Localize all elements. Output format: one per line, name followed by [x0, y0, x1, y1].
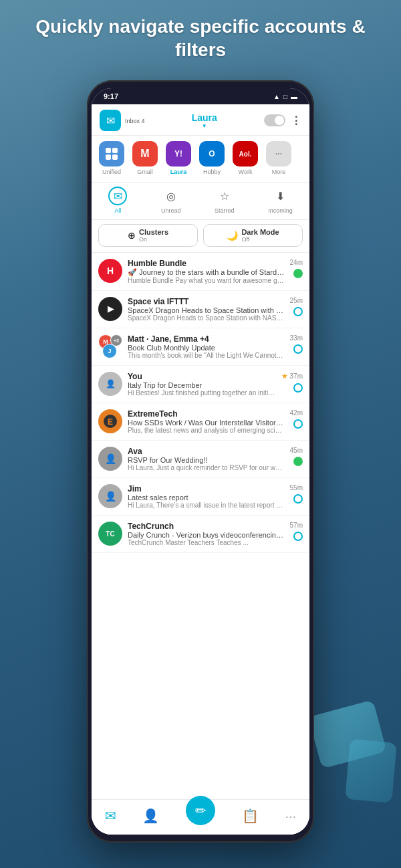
app-content: ✉ Inbox 4 Laura ▼ ⋮ [92, 104, 309, 835]
email-sender: Humble Bundle [128, 259, 285, 268]
email-body: Matt · Jane, Emma +4 Book Club Monthly U… [128, 334, 285, 359]
darkmode-subtitle: Off [241, 236, 279, 243]
email-subject: SpaceX Dragon Heads to Space Station wit… [128, 306, 285, 314]
email-time: 42m [290, 409, 303, 417]
account-tabs: Unified M Gmail Y! Laura O Hobby [92, 136, 309, 183]
status-time: 9:17 [104, 92, 118, 100]
filter-row: ✉ All ◎ Unread ☆ Starred ⬇ Incoming [92, 183, 309, 220]
email-body: Space via IFTTT SpaceX Dragon Heads to S… [128, 297, 285, 322]
email-item[interactable]: ▶ Space via IFTTT SpaceX Dragon Heads to… [92, 291, 309, 328]
phone-frame: 9:17 ▲ □ ▬ ✉ Inbox 4 Laura ▼ [87, 80, 314, 843]
avatar: H [98, 259, 122, 283]
tab-gmail[interactable]: M Gmail [130, 141, 160, 175]
email-preview: Humble Bundle Pay what you want for awes… [128, 277, 285, 284]
email-meta: ★ 37m [281, 372, 303, 393]
filter-unread[interactable]: ◎ Unread [161, 187, 181, 214]
unread-dot [293, 457, 303, 466]
bottom-nav: ✉ 👤 ✏ 📋 ··· [92, 799, 309, 835]
avatar: TC [98, 522, 122, 546]
email-sender: Ava [128, 447, 285, 456]
filter-starred-icon: ☆ [215, 187, 234, 205]
email-item[interactable]: H Humble Bundle 🚀 Journey to the stars w… [92, 253, 309, 291]
email-time: 57m [290, 522, 303, 529]
tab-hobby-label: Hobby [203, 169, 221, 175]
unread-dot [293, 532, 303, 541]
email-meta: 45m [290, 447, 303, 466]
more-icon: ··· [266, 141, 291, 167]
top-bar-right: ⋮ [264, 114, 301, 127]
filter-all-label: All [114, 207, 121, 214]
unread-dot [293, 383, 303, 393]
unified-icon [99, 141, 124, 167]
email-item[interactable]: M J +3 Matt · Jane, Emma +4 Book Club Mo… [92, 328, 309, 366]
email-sender: Space via IFTTT [128, 297, 285, 306]
email-list: H Humble Bundle 🚀 Journey to the stars w… [92, 253, 309, 799]
darkmode-icon: 🌙 [227, 230, 238, 241]
email-meta: 57m [290, 522, 303, 541]
nav-contacts[interactable]: 👤 [142, 808, 159, 824]
email-subject: How SSDs Work / Was Our Interstellar Vis… [128, 419, 285, 427]
tab-hobby[interactable]: O Hobby [197, 141, 227, 175]
tab-laura-label: Laura [170, 169, 187, 175]
unread-dot [293, 269, 303, 278]
unread-dot [293, 494, 303, 504]
filter-incoming-icon: ⬇ [271, 187, 289, 205]
nav-tasks[interactable]: 📋 [242, 808, 259, 824]
filter-all[interactable]: ✉ All [108, 187, 127, 214]
clusters-button[interactable]: ⊕ Clusters On [98, 224, 198, 247]
email-sender: Matt · Jane, Emma +4 [128, 334, 285, 344]
filter-incoming[interactable]: ⬇ Incoming [268, 187, 293, 214]
email-sender: You [128, 372, 276, 381]
tab-more[interactable]: ··· More [264, 141, 293, 175]
account-name: Laura [192, 112, 217, 123]
email-preview: Hi Laura, Just a quick reminder to RSVP … [128, 464, 285, 471]
email-time: 25m [290, 297, 303, 304]
email-sender: ExtremeTech [128, 409, 285, 419]
gmail-icon: M [132, 141, 158, 167]
star-icon: ★ [281, 372, 288, 380]
email-time: 33m [290, 334, 303, 342]
chevron-down-icon: ▼ [202, 123, 207, 129]
inbox-icon[interactable]: ✉ [100, 110, 121, 131]
unread-dot [293, 344, 303, 354]
inbox-badge: Inbox 4 [125, 118, 145, 124]
tab-gmail-label: Gmail [137, 169, 153, 175]
filter-starred-label: Starred [215, 207, 235, 214]
tab-work-label: Work [239, 169, 253, 175]
avatar: 👤 [98, 372, 122, 396]
darkmode-button[interactable]: 🌙 Dark Mode Off [203, 224, 303, 247]
email-subject: Italy Trip for December [128, 381, 276, 389]
clusters-subtitle: On [139, 236, 168, 243]
svg-text:E: E [108, 417, 113, 427]
email-time: 55m [290, 484, 303, 492]
tab-unified[interactable]: Unified [97, 141, 126, 175]
account-switcher[interactable]: Laura ▼ [192, 112, 217, 129]
filter-starred[interactable]: ☆ Starred [215, 187, 235, 214]
tab-unified-label: Unified [102, 169, 121, 175]
top-bar: ✉ Inbox 4 Laura ▼ ⋮ [92, 104, 309, 136]
email-item[interactable]: 👤 Jim Latest sales report Hi Laura, Ther… [92, 478, 309, 516]
nav-compose[interactable]: ✏ [186, 796, 215, 825]
email-item[interactable]: TC TechCrunch Daily Crunch - Verizon buy… [92, 516, 309, 553]
svg-rect-2 [106, 154, 111, 160]
email-sender: Jim [128, 484, 285, 494]
tab-laura[interactable]: Y! Laura [164, 141, 193, 175]
email-item[interactable]: E ExtremeTech How SSDs Work / Was Our In… [92, 403, 309, 441]
unread-dot [293, 307, 303, 316]
email-time: ★ 37m [281, 372, 303, 381]
svg-rect-0 [106, 148, 111, 153]
aol-icon: Aol. [233, 141, 258, 167]
avatar: E [98, 409, 122, 433]
menu-dots-icon[interactable]: ⋮ [291, 114, 301, 127]
email-body: TechCrunch Daily Crunch - Verizon buys v… [128, 522, 285, 546]
nav-more[interactable]: ··· [285, 808, 296, 824]
phone-screen: 9:17 ▲ □ ▬ ✉ Inbox 4 Laura ▼ [92, 88, 309, 835]
nav-inbox[interactable]: ✉ [105, 808, 116, 824]
email-item[interactable]: 👤 Ava RSVP for Our Wedding!! Hi Laura, J… [92, 441, 309, 478]
toggle-button[interactable] [264, 114, 285, 126]
email-preview: This month's book will be "All the Light… [128, 352, 285, 359]
outlook-icon: O [199, 141, 225, 167]
unread-dot [293, 419, 303, 429]
tab-work[interactable]: Aol. Work [231, 141, 260, 175]
email-item[interactable]: 👤 You Italy Trip for December Hi Besties… [92, 366, 309, 403]
